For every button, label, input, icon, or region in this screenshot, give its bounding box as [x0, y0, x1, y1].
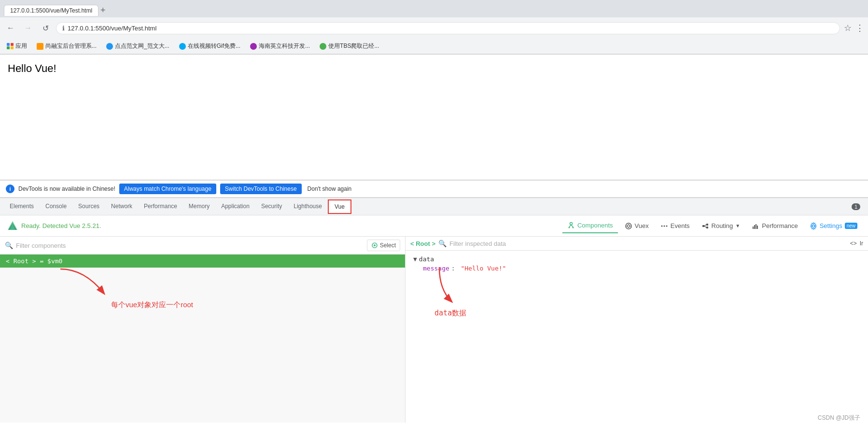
svg-rect-14 — [706, 227, 708, 228]
tab-console[interactable]: Console — [40, 199, 72, 214]
bookmark-2[interactable]: 点点范文网_范文大... — [103, 41, 172, 51]
bookmark-label-3: 在线视频转Gif免费... — [188, 42, 240, 50]
events-icon — [660, 222, 668, 230]
svg-point-10 — [663, 225, 665, 227]
bookmark-icon-2 — [106, 43, 113, 50]
svg-point-8 — [626, 223, 631, 229]
select-target-icon — [371, 242, 378, 249]
new-tab-btn[interactable]: + — [100, 5, 106, 15]
star-icon[interactable]: ☆ — [844, 23, 852, 33]
more-icon[interactable]: ⋮ — [855, 23, 864, 33]
performance-label: Performance — [762, 222, 798, 229]
page-hello-text: Hello Vue! — [8, 62, 56, 74]
right-panel-extra: Ir — [860, 240, 863, 247]
bookmark-4[interactable]: 海南英立科技开发... — [247, 41, 313, 51]
csdn-watermark: CSDN @JD强子 — [818, 414, 860, 422]
right-header: < Root > 🔍 <> Ir — [406, 237, 868, 251]
bookmark-label-5: 使用TBS爬取已经... — [328, 42, 379, 50]
devtools-tabs-right: 1 — [852, 203, 864, 210]
vue-tab-routing[interactable]: Routing ▼ — [697, 219, 745, 233]
svg-point-11 — [666, 225, 667, 227]
svg-point-6 — [568, 227, 570, 228]
vue-logo-icon — [6, 219, 19, 233]
components-icon — [567, 222, 575, 229]
svg-rect-20 — [757, 226, 758, 229]
left-annotation-text: 每个vue对象对应一个root — [111, 300, 193, 310]
page-content: Hello Vue! — [0, 55, 868, 180]
svg-point-21 — [812, 225, 814, 227]
events-label: Events — [671, 222, 690, 229]
message-key: message — [423, 265, 449, 272]
tab-elements[interactable]: Elements — [4, 199, 40, 214]
svg-point-3 — [570, 222, 572, 225]
vue-tab-vuex[interactable]: Vuex — [620, 219, 654, 233]
bookmark-icon-3 — [179, 43, 186, 50]
vue-tab-performance[interactable]: Performance — [747, 219, 802, 233]
svg-rect-19 — [756, 224, 756, 229]
forward-button[interactable]: → — [21, 21, 35, 35]
routing-label: Routing — [712, 222, 733, 229]
bookmark-3[interactable]: 在线视频转Gif免费... — [176, 41, 243, 51]
svg-rect-17 — [753, 227, 754, 229]
switch-devtools-button[interactable]: Switch DevTools to Chinese — [220, 184, 302, 194]
root-tag-label: < Root > — [410, 240, 435, 247]
colon: : — [451, 265, 459, 272]
bookmark-1[interactable]: 尚融宝后台管理系... — [34, 41, 99, 51]
svg-point-9 — [661, 225, 662, 227]
vue-tab-settings[interactable]: Settings new — [805, 219, 862, 233]
right-annotation-text: data数据 — [434, 309, 466, 318]
browser-chrome: 127.0.0.1:5500/vue/MyTest.html + ← → ↺ ℹ… — [0, 0, 868, 55]
bookmark-apps[interactable]: 应用 — [4, 41, 30, 51]
security-icon: ℹ — [62, 25, 65, 32]
message-row: message : "Hello Vue!" — [423, 264, 860, 273]
tab-sources[interactable]: Sources — [72, 199, 105, 214]
match-language-button[interactable]: Always match Chrome's language — [119, 184, 216, 194]
settings-label: Settings — [820, 222, 842, 229]
vue-right-panel: < Root > 🔍 <> Ir ▼ data message : "Hello… — [406, 237, 868, 423]
back-button[interactable]: ← — [4, 21, 17, 35]
vue-tab-events[interactable]: Events — [656, 219, 695, 233]
svg-line-16 — [704, 226, 706, 227]
routing-dropdown-icon: ▼ — [735, 223, 740, 228]
bookmark-5[interactable]: 使用TBS爬取已经... — [317, 41, 382, 51]
routing-icon — [701, 222, 709, 230]
tab-network[interactable]: Network — [105, 199, 138, 214]
root-component-row[interactable]: < Root > = $vm0 — [0, 255, 405, 268]
notify-message: DevTools is now available in Chinese! — [18, 185, 115, 192]
devtools-notify-bar: i DevTools is now available in Chinese! … — [0, 180, 868, 198]
svg-point-23 — [374, 244, 376, 246]
data-root-row: ▼ data — [413, 255, 860, 264]
collapse-icon[interactable]: ▼ — [413, 256, 417, 263]
tab-vue[interactable]: Vue — [328, 199, 351, 214]
filter-components-input[interactable] — [16, 242, 364, 249]
devtools-tab-bar: Elements Console Sources Network Perform… — [0, 198, 868, 215]
bookmarks-bar: 应用 尚融宝后台管理系... 点点范文网_范文大... 在线视频转Gif免费..… — [0, 39, 868, 54]
vue-content: 🔍 Select < Root > = $vm0 — [0, 237, 868, 423]
tab-memory[interactable]: Memory — [183, 199, 215, 214]
select-button[interactable]: Select — [367, 240, 400, 251]
tab-lighthouse[interactable]: Lighthouse — [288, 199, 328, 214]
active-tab[interactable]: 127.0.0.1:5500/vue/MyTest.html — [4, 5, 98, 16]
reload-button[interactable]: ↺ — [39, 21, 52, 35]
bookmark-label-1: 尚融宝后台管理系... — [45, 42, 97, 50]
filter-inspected-input[interactable] — [449, 240, 845, 247]
svg-rect-12 — [702, 225, 704, 227]
svg-line-4 — [569, 225, 571, 227]
left-search-icon: 🔍 — [5, 241, 13, 249]
bookmark-label-4: 海南英立科技开发... — [259, 42, 310, 50]
tab-performance[interactable]: Performance — [138, 199, 183, 214]
nav-bar: ← → ↺ ℹ 127.0.0.1:5500/vue/MyTest.html ☆… — [0, 17, 868, 39]
left-filter-bar: 🔍 Select — [0, 237, 405, 255]
settings-icon — [810, 222, 817, 230]
address-bar[interactable]: ℹ 127.0.0.1:5500/vue/MyTest.html — [56, 22, 840, 34]
tab-security[interactable]: Security — [255, 199, 288, 214]
dont-show-again-button[interactable]: Don't show again — [306, 184, 354, 194]
data-tree: ▼ data message : "Hello Vue!" — [406, 251, 868, 277]
vue-tab-components[interactable]: Components — [562, 219, 618, 233]
components-label: Components — [577, 222, 613, 229]
vuex-icon — [625, 222, 632, 230]
tab-application[interactable]: Application — [215, 199, 255, 214]
bookmark-icon-4 — [250, 43, 257, 50]
bookmark-label-2: 点点范文网_范文大... — [115, 42, 169, 50]
vue-toolbar: Ready. Detected Vue 2.5.21. Components V… — [0, 215, 868, 237]
